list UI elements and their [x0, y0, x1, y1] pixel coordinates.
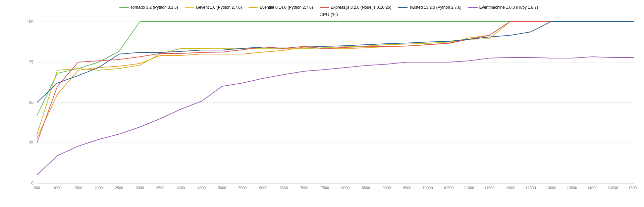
x-label-2: 1500: [74, 186, 82, 190]
x-label-5: 3000: [136, 186, 144, 190]
x-label-17: 9000: [383, 186, 391, 190]
legend-label-gevent: Gevent 1.0 (Python 2.7.6): [196, 5, 242, 10]
line-gevent: [37, 22, 634, 135]
x-label-29: 15000: [629, 186, 637, 190]
x-label-19: 10000: [423, 186, 433, 190]
legend-item-express: Express.js 3.2.6 (Node.js 0.10.26): [320, 5, 391, 10]
x-label-12: 6500: [280, 186, 288, 190]
x-label-8: 4500: [198, 186, 206, 190]
x-label-3: 2000: [95, 186, 103, 190]
legend-color-tornado: [119, 7, 129, 8]
x-label-28: 14500: [608, 186, 618, 190]
x-label-16: 8500: [362, 186, 370, 190]
line-eventmachine: [37, 57, 634, 175]
x-label-9: 5000: [218, 186, 226, 190]
line-express: [37, 22, 634, 143]
x-label-24: 12500: [526, 186, 536, 190]
x-label-1: 1000: [53, 186, 61, 190]
legend-label-tornado: Tornado 3.2 (Python 3.3.5): [130, 5, 178, 10]
legend-label-eventlet: Eventlet 0.14.0 (Python 2.7.6): [260, 5, 313, 10]
x-label-26: 13500: [567, 186, 577, 190]
x-label-4: 2500: [115, 186, 123, 190]
x-label-10: 5500: [238, 186, 247, 190]
x-label-27: 14000: [587, 186, 598, 190]
x-label-15: 8000: [341, 186, 350, 190]
legend-item-eventlet: Eventlet 0.14.0 (Python 2.7.6): [249, 5, 313, 10]
x-label-11: 6000: [259, 186, 267, 190]
legend-item-twisted: Twisted 13.2.0 (Python 2.7.6): [398, 5, 462, 10]
chart-svg: 0 25 50 75 100 500 1000 1500 2000 2500 3…: [20, 18, 637, 190]
chart-legend: Tornado 3.2 (Python 3.3.5) Gevent 1.0 (P…: [20, 5, 637, 10]
legend-color-eventmachine: [468, 7, 478, 8]
x-label-22: 11500: [484, 186, 495, 190]
y-label-50: 50: [29, 100, 34, 105]
x-label-6: 3500: [156, 186, 164, 190]
y-label-25: 25: [29, 140, 34, 145]
x-label-21: 11000: [464, 186, 474, 190]
x-label-20: 10500: [443, 186, 454, 190]
legend-color-eventlet: [249, 7, 258, 8]
legend-color-express: [320, 7, 329, 8]
x-label-18: 9500: [403, 186, 411, 190]
legend-item-eventmachine: Eventmachine 1.0.3 (Ruby 1.8.7): [468, 5, 538, 10]
legend-color-twisted: [398, 7, 408, 8]
x-label-0: 500: [34, 186, 40, 190]
chart-title: CPU (%): [20, 12, 637, 17]
legend-color-gevent: [185, 7, 194, 8]
x-label-7: 4000: [177, 186, 185, 190]
y-label-0: 0: [31, 181, 34, 185]
chart-container: Tornado 3.2 (Python 3.3.5) Gevent 1.0 (P…: [0, 0, 644, 207]
legend-label-twisted: Twisted 13.2.0 (Python 2.7.6): [409, 5, 462, 10]
y-label-75: 75: [29, 60, 34, 65]
legend-label-express: Express.js 3.2.6 (Node.js 0.10.26): [331, 5, 391, 10]
legend-item-tornado: Tornado 3.2 (Python 3.3.5): [119, 5, 178, 10]
legend-label-eventmachine: Eventmachine 1.0.3 (Ruby 1.8.7): [479, 5, 538, 10]
legend-item-gevent: Gevent 1.0 (Python 2.7.6): [185, 5, 242, 10]
x-label-25: 13000: [546, 186, 556, 190]
x-label-23: 12000: [505, 186, 516, 190]
x-label-14: 7500: [321, 186, 329, 190]
y-label-100: 100: [27, 19, 34, 24]
line-eventlet: [37, 22, 634, 138]
x-label-13: 7000: [300, 186, 308, 190]
